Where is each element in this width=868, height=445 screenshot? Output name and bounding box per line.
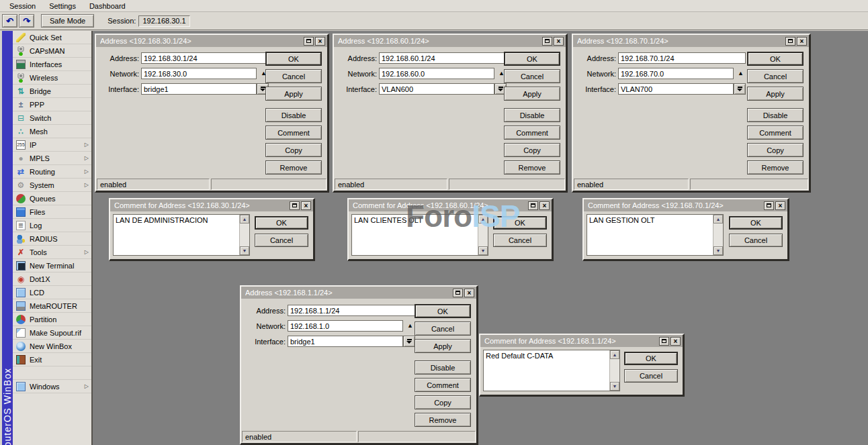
comment-textarea[interactable]: Red Default C-DATA [483,350,620,391]
comment-textarea[interactable]: LAN DE ADMINISTRACION [113,214,250,256]
apply-button[interactable]: Apply [415,339,471,353]
comment-scrollbar[interactable]: ▲ ▼ [239,215,249,255]
maximize-button[interactable] [764,201,774,210]
sidebar-item-routing[interactable]: ⇄ Routing ▷ [13,165,91,179]
maximize-button[interactable] [542,37,552,46]
cancel-button[interactable]: Cancel [504,69,560,83]
sidebar-item-wireless[interactable]: Wireless [13,71,91,85]
scroll-down-button[interactable]: ▼ [610,382,619,391]
interface-input[interactable] [141,83,257,95]
maximize-button[interactable] [659,337,669,346]
sidebar-item-lcd[interactable]: LCD [13,286,91,299]
ok-button[interactable]: OK [504,52,560,66]
sidebar-item-exit[interactable]: Exit [13,353,91,366]
scroll-up-button[interactable]: ▲ [240,215,249,224]
sidebar-item-quick-set[interactable]: Quick Set [13,31,91,44]
remove-button[interactable]: Remove [415,413,471,427]
address-input[interactable] [379,52,507,64]
close-button[interactable]: × [670,337,681,346]
menu-dashboard[interactable]: Dashboard [83,1,132,11]
sidebar-item-mesh[interactable]: ∴ Mesh [13,125,91,138]
remove-button[interactable]: Remove [747,160,804,175]
comment-scrollbar[interactable]: ▲ ▼ [609,350,619,391]
disable-button[interactable]: Disable [265,108,322,122]
ok-button[interactable]: OK [729,216,783,230]
scroll-up-button[interactable]: ▲ [610,350,619,359]
ok-button[interactable]: OK [493,216,547,230]
sidebar-item-tools[interactable]: ✗ Tools ▷ [13,246,91,259]
cancel-button[interactable]: Cancel [415,322,471,336]
scroll-down-button[interactable]: ▼ [240,246,249,255]
close-button[interactable]: × [539,201,550,210]
ok-button[interactable]: OK [265,52,322,66]
comment-textarea[interactable]: LAN CLIENTES OLT [351,214,488,256]
scroll-up-button[interactable]: ▲ [713,215,723,224]
sidebar-item-queues[interactable]: Queues [13,192,91,205]
sidebar-item-new-winbox[interactable]: New WinBox [13,340,91,353]
close-button[interactable]: × [554,37,564,46]
sidebar-item-switch[interactable]: ⊟ Switch [13,111,91,125]
network-input[interactable] [288,320,403,332]
close-button[interactable]: × [301,201,311,210]
comment-scrollbar[interactable]: ▲ ▼ [713,215,723,255]
maximize-button[interactable] [304,37,314,46]
comment-button[interactable]: Comment [504,126,560,140]
sidebar-item-interfaces[interactable]: Interfaces [13,58,91,71]
remove-button[interactable]: Remove [504,160,560,175]
address-input[interactable] [141,52,269,64]
sidebar-item-new-terminal[interactable]: New Terminal [13,259,91,273]
sidebar-item-partition[interactable]: Partition [13,313,91,326]
comment-scrollbar[interactable]: ▲ ▼ [478,215,488,255]
apply-button[interactable]: Apply [747,87,804,101]
sidebar-item-metarouter[interactable]: MetaROUTER [13,299,91,313]
apply-button[interactable]: Apply [265,87,322,101]
interface-input[interactable] [379,83,494,95]
scroll-up-button[interactable]: ▲ [478,215,488,224]
sidebar-item-ip[interactable]: 255 IP ▷ [13,138,91,152]
window-titlebar[interactable]: Address <192.168.70.1/24> × [573,35,809,47]
network-input[interactable] [141,68,257,79]
redo-button[interactable]: ↷ [19,14,34,28]
sidebar-item-make-supout[interactable]: Make Supout.rif [13,326,91,340]
copy-button[interactable]: Copy [747,143,804,157]
scroll-track[interactable] [713,224,723,246]
maximize-button[interactable] [453,289,463,297]
sidebar-item-log[interactable]: ≣ Log [13,219,91,232]
interface-dropdown-button[interactable] [403,336,415,347]
scroll-track[interactable] [478,224,488,246]
sidebar-item-capsman[interactable]: CAPsMAN [13,44,91,58]
disable-button[interactable]: Disable [415,360,471,375]
window-titlebar[interactable]: Address <192.168.30.1/24> × [96,35,327,47]
comment-button[interactable]: Comment [265,126,322,140]
window-titlebar[interactable]: Comment for Address <192.168.60.1/24> × [349,199,552,211]
maximize-button[interactable] [528,201,538,210]
ok-button[interactable]: OK [624,352,678,365]
scroll-track[interactable] [240,224,249,246]
address-input[interactable] [618,52,746,64]
interface-input[interactable] [288,336,403,347]
sidebar-item-ppp[interactable]: ± PPP [13,98,91,111]
close-button[interactable]: × [315,37,325,46]
comment-textarea[interactable]: LAN GESTION OLT [587,214,724,256]
window-titlebar[interactable]: Address <192.168.60.1/24> × [334,35,566,47]
network-input[interactable] [618,68,734,79]
menu-settings[interactable]: Settings [42,1,83,11]
maximize-button[interactable] [290,201,300,210]
interface-input[interactable] [618,83,734,95]
ok-button[interactable]: OK [255,216,308,230]
copy-button[interactable]: Copy [415,395,471,409]
window-titlebar[interactable]: Comment for Address <192.168.70.1/24> × [584,199,787,211]
cancel-button[interactable]: Cancel [493,234,547,247]
network-input[interactable] [379,68,494,79]
close-button[interactable]: × [464,289,474,297]
sidebar-item-system[interactable]: ⚙ System ▷ [13,179,91,192]
scroll-down-button[interactable]: ▼ [478,246,488,255]
cancel-button[interactable]: Cancel [624,369,678,383]
cancel-button[interactable]: Cancel [729,234,783,247]
maximize-button[interactable] [785,37,795,46]
cancel-button[interactable]: Cancel [255,234,308,247]
sidebar-item-files[interactable]: Files [13,205,91,219]
scroll-track[interactable] [610,359,619,382]
network-up-arrow[interactable]: ▲ [738,70,744,77]
scroll-down-button[interactable]: ▼ [713,246,723,255]
